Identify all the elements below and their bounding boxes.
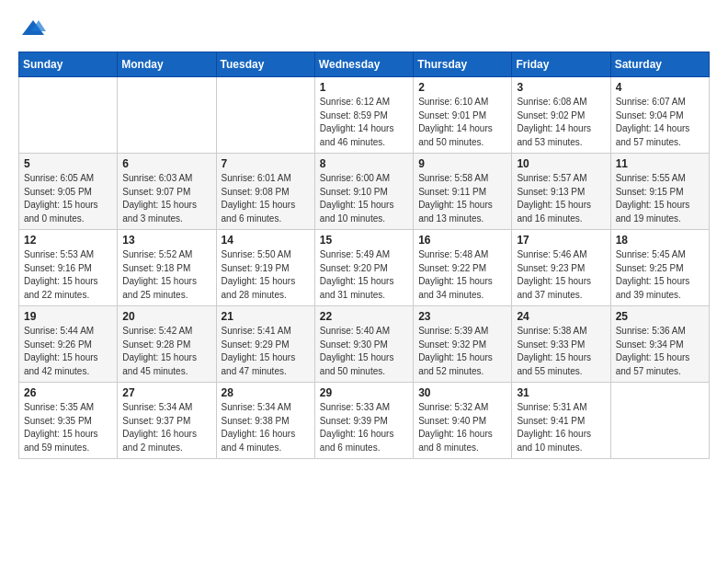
calendar-cell: 7Sunrise: 6:01 AM Sunset: 9:08 PM Daylig… [216,154,314,230]
day-info: Sunrise: 5:52 AM Sunset: 9:18 PM Dayligh… [122,248,210,302]
calendar-cell: 6Sunrise: 6:03 AM Sunset: 9:07 PM Daylig… [118,154,216,230]
calendar-week-row: 12Sunrise: 5:53 AM Sunset: 9:16 PM Dayli… [19,230,710,306]
day-number: 8 [320,157,408,170]
calendar-cell: 15Sunrise: 5:49 AM Sunset: 9:20 PM Dayli… [314,230,413,306]
calendar-cell: 31Sunrise: 5:31 AM Sunset: 9:41 PM Dayli… [512,383,610,459]
day-number: 11 [616,157,704,170]
day-number: 15 [320,234,408,247]
day-info: Sunrise: 5:41 AM Sunset: 9:29 PM Dayligh… [222,325,310,378]
weekday-header-sunday: Sunday [19,52,118,77]
logo [18,18,48,37]
day-info: Sunrise: 5:53 AM Sunset: 9:16 PM Dayligh… [24,248,112,302]
day-number: 21 [222,310,310,323]
day-number: 22 [320,310,408,323]
day-info: Sunrise: 5:31 AM Sunset: 9:41 PM Dayligh… [517,401,605,454]
calendar-cell: 24Sunrise: 5:38 AM Sunset: 9:33 PM Dayli… [512,306,610,383]
calendar-cell: 25Sunrise: 5:36 AM Sunset: 9:34 PM Dayli… [610,306,709,383]
day-number: 18 [616,234,704,247]
day-info: Sunrise: 5:35 AM Sunset: 9:35 PM Dayligh… [24,401,112,454]
day-info: Sunrise: 5:44 AM Sunset: 9:26 PM Dayligh… [24,325,112,378]
calendar-cell: 23Sunrise: 5:39 AM Sunset: 9:32 PM Dayli… [414,306,512,383]
calendar-cell: 29Sunrise: 5:33 AM Sunset: 9:39 PM Dayli… [314,383,413,459]
day-info: Sunrise: 6:01 AM Sunset: 9:08 PM Dayligh… [222,172,310,225]
day-info: Sunrise: 6:12 AM Sunset: 8:59 PM Dayligh… [320,96,408,149]
calendar-cell [610,383,709,459]
calendar-cell: 8Sunrise: 6:00 AM Sunset: 9:10 PM Daylig… [314,154,413,230]
day-number: 4 [616,81,704,94]
calendar-week-row: 1Sunrise: 6:12 AM Sunset: 8:59 PM Daylig… [19,77,710,154]
calendar-cell: 17Sunrise: 5:46 AM Sunset: 9:23 PM Dayli… [512,230,610,306]
day-info: Sunrise: 5:55 AM Sunset: 9:15 PM Dayligh… [616,172,704,225]
day-number: 13 [122,234,210,247]
day-info: Sunrise: 6:03 AM Sunset: 9:07 PM Dayligh… [122,172,210,225]
calendar-header: SundayMondayTuesdayWednesdayThursdayFrid… [19,52,710,77]
calendar-cell: 22Sunrise: 5:40 AM Sunset: 9:30 PM Dayli… [314,306,413,383]
calendar-cell: 3Sunrise: 6:08 AM Sunset: 9:02 PM Daylig… [512,77,610,154]
calendar-table: SundayMondayTuesdayWednesdayThursdayFrid… [18,52,710,459]
weekday-header-tuesday: Tuesday [216,52,314,77]
day-info: Sunrise: 5:49 AM Sunset: 9:20 PM Dayligh… [320,248,408,302]
day-number: 3 [517,81,605,94]
calendar-cell: 12Sunrise: 5:53 AM Sunset: 9:16 PM Dayli… [19,230,118,306]
day-number: 1 [320,81,408,94]
logo-icon [20,18,46,37]
day-info: Sunrise: 5:34 AM Sunset: 9:38 PM Dayligh… [222,401,310,454]
day-info: Sunrise: 5:40 AM Sunset: 9:30 PM Dayligh… [320,325,408,378]
day-number: 6 [122,157,210,170]
day-number: 28 [222,386,310,399]
calendar-cell: 27Sunrise: 5:34 AM Sunset: 9:37 PM Dayli… [118,383,216,459]
day-number: 16 [418,234,506,247]
day-info: Sunrise: 6:07 AM Sunset: 9:04 PM Dayligh… [616,96,704,149]
page-header [18,18,710,37]
day-number: 7 [222,157,310,170]
day-info: Sunrise: 5:58 AM Sunset: 9:11 PM Dayligh… [418,172,506,225]
calendar-cell: 19Sunrise: 5:44 AM Sunset: 9:26 PM Dayli… [19,306,118,383]
calendar-cell: 5Sunrise: 6:05 AM Sunset: 9:05 PM Daylig… [19,154,118,230]
day-info: Sunrise: 5:33 AM Sunset: 9:39 PM Dayligh… [320,401,408,454]
day-info: Sunrise: 6:00 AM Sunset: 9:10 PM Dayligh… [320,172,408,225]
calendar-cell: 28Sunrise: 5:34 AM Sunset: 9:38 PM Dayli… [216,383,314,459]
calendar-cell: 9Sunrise: 5:58 AM Sunset: 9:11 PM Daylig… [414,154,512,230]
weekday-header-row: SundayMondayTuesdayWednesdayThursdayFrid… [19,52,710,77]
calendar-body: 1Sunrise: 6:12 AM Sunset: 8:59 PM Daylig… [19,77,710,459]
calendar-week-row: 19Sunrise: 5:44 AM Sunset: 9:26 PM Dayli… [19,306,710,383]
day-info: Sunrise: 6:10 AM Sunset: 9:01 PM Dayligh… [418,96,506,149]
day-number: 30 [418,386,506,399]
calendar-cell: 1Sunrise: 6:12 AM Sunset: 8:59 PM Daylig… [314,77,413,154]
day-info: Sunrise: 5:36 AM Sunset: 9:34 PM Dayligh… [616,325,704,378]
calendar-week-row: 5Sunrise: 6:05 AM Sunset: 9:05 PM Daylig… [19,154,710,230]
day-info: Sunrise: 5:34 AM Sunset: 9:37 PM Dayligh… [122,401,210,454]
calendar-cell: 10Sunrise: 5:57 AM Sunset: 9:13 PM Dayli… [512,154,610,230]
day-number: 5 [24,157,112,170]
calendar-cell [118,77,216,154]
day-number: 27 [122,386,210,399]
calendar-cell: 26Sunrise: 5:35 AM Sunset: 9:35 PM Dayli… [19,383,118,459]
day-number: 31 [517,386,605,399]
day-info: Sunrise: 5:46 AM Sunset: 9:23 PM Dayligh… [517,248,605,302]
day-info: Sunrise: 5:57 AM Sunset: 9:13 PM Dayligh… [517,172,605,225]
calendar-cell [19,77,118,154]
calendar-cell: 2Sunrise: 6:10 AM Sunset: 9:01 PM Daylig… [414,77,512,154]
day-info: Sunrise: 5:32 AM Sunset: 9:40 PM Dayligh… [418,401,506,454]
calendar-cell: 16Sunrise: 5:48 AM Sunset: 9:22 PM Dayli… [414,230,512,306]
calendar-cell: 18Sunrise: 5:45 AM Sunset: 9:25 PM Dayli… [610,230,709,306]
day-info: Sunrise: 5:48 AM Sunset: 9:22 PM Dayligh… [418,248,506,302]
day-number: 23 [418,310,506,323]
weekday-header-monday: Monday [118,52,216,77]
weekday-header-wednesday: Wednesday [314,52,413,77]
calendar-cell [216,77,314,154]
day-number: 12 [24,234,112,247]
day-number: 10 [517,157,605,170]
day-number: 26 [24,386,112,399]
day-info: Sunrise: 5:38 AM Sunset: 9:33 PM Dayligh… [517,325,605,378]
weekday-header-thursday: Thursday [414,52,512,77]
day-number: 29 [320,386,408,399]
day-info: Sunrise: 6:05 AM Sunset: 9:05 PM Dayligh… [24,172,112,225]
day-number: 19 [24,310,112,323]
weekday-header-saturday: Saturday [610,52,709,77]
day-info: Sunrise: 5:39 AM Sunset: 9:32 PM Dayligh… [418,325,506,378]
calendar-cell: 14Sunrise: 5:50 AM Sunset: 9:19 PM Dayli… [216,230,314,306]
calendar-cell: 20Sunrise: 5:42 AM Sunset: 9:28 PM Dayli… [118,306,216,383]
day-info: Sunrise: 5:45 AM Sunset: 9:25 PM Dayligh… [616,248,704,302]
day-number: 14 [222,234,310,247]
